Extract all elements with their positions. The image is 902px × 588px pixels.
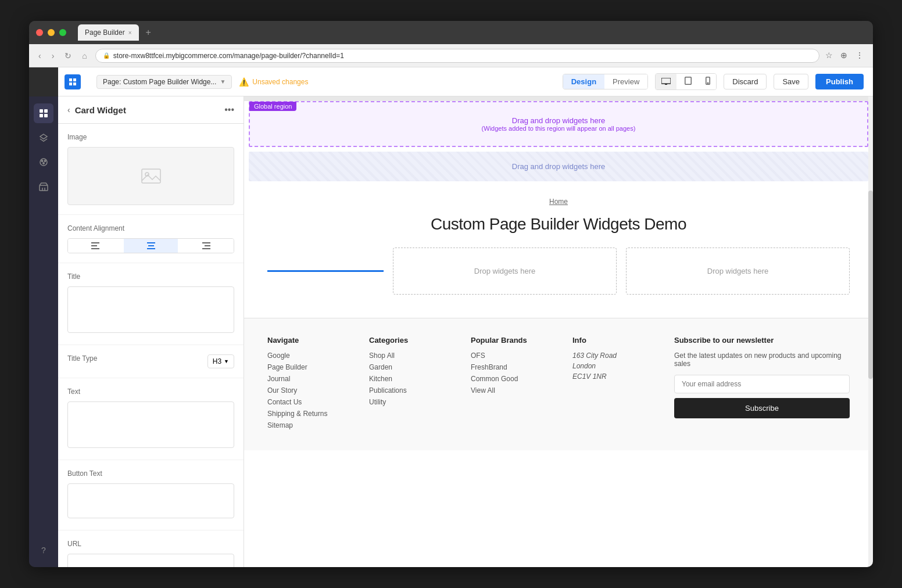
unsaved-changes: ⚠️ Unsaved changes	[239, 77, 308, 87]
footer-link-contactus[interactable]: Contact Us	[267, 398, 355, 406]
active-tab[interactable]: Page Builder ×	[78, 24, 139, 41]
sidebar-icon-help[interactable]: ?	[34, 540, 53, 560]
svg-rect-26	[147, 242, 155, 243]
image-placeholder[interactable]	[67, 147, 234, 205]
mobile-view-btn[interactable]	[700, 74, 716, 89]
image-label: Image	[67, 133, 234, 141]
plain-drop-zone[interactable]: Drag and drop widgets here	[249, 152, 868, 181]
global-drop-subtext: (Widgets added to this region will appea…	[257, 125, 860, 132]
back-nav-btn[interactable]: ‹	[36, 49, 44, 63]
footer-info-title: Info	[572, 336, 660, 345]
footer-link-viewall[interactable]: View All	[471, 386, 559, 395]
url-label: URL	[67, 540, 234, 548]
subscribe-btn[interactable]: Subscribe	[674, 398, 850, 418]
footer-link-freshbrand[interactable]: FreshBrand	[471, 363, 559, 371]
left-sidebar: ?	[29, 96, 58, 567]
page-preview: Global region Drag and drop widgets here…	[244, 101, 873, 567]
unsaved-text: Unsaved changes	[252, 78, 308, 86]
svg-point-15	[41, 160, 42, 162]
footer-link-sitemap[interactable]: Sitemap	[267, 421, 355, 429]
svg-rect-10	[44, 109, 48, 113]
footer-link-ofs[interactable]: OFS	[471, 352, 559, 360]
footer-link-kitchen[interactable]: Kitchen	[369, 375, 457, 383]
tab-close-btn[interactable]: ×	[128, 30, 132, 36]
sidebar-icon-store[interactable]	[34, 177, 53, 196]
breadcrumb[interactable]: Home	[267, 198, 850, 206]
title-type-chevron: ▼	[224, 358, 229, 364]
align-right-btn[interactable]	[179, 239, 234, 253]
scrollbar-thumb[interactable]	[868, 191, 873, 379]
home-btn[interactable]: ⌂	[80, 49, 89, 63]
svg-point-16	[44, 160, 45, 162]
traffic-light-minimize[interactable]	[48, 29, 55, 36]
forward-nav-btn[interactable]: ›	[49, 49, 57, 63]
title-label: Title	[67, 273, 234, 281]
widget-panel: ‹ Card Widget ••• Image Content Alignmen…	[58, 96, 244, 567]
title-type-select[interactable]: H3 ▼	[207, 354, 234, 368]
canvas: Global region Drag and drop widgets here…	[244, 96, 873, 567]
page-selector-wrapper[interactable]: Page: Custom Page Builder Widge... ▼	[96, 75, 232, 89]
footer-link-google[interactable]: Google	[267, 352, 355, 360]
preview-btn[interactable]: Preview	[604, 74, 647, 89]
bookmark-icon[interactable]: ☆	[825, 51, 836, 61]
refresh-btn[interactable]: ↻	[62, 49, 74, 63]
new-tab-btn[interactable]: +	[141, 27, 156, 38]
footer-link-ourstory[interactable]: Our Story	[267, 386, 355, 395]
button-text-section: Button Text	[58, 460, 244, 530]
desktop-view-btn[interactable]	[656, 74, 676, 89]
footer-brands-col: Popular Brands OFS FreshBrand Common Goo…	[471, 336, 559, 433]
title-input[interactable]	[67, 286, 234, 333]
svg-rect-0	[69, 78, 72, 81]
global-region-label: Global region	[249, 102, 296, 111]
footer-link-journal[interactable]: Journal	[267, 375, 355, 383]
footer-link-publications[interactable]: Publications	[369, 386, 457, 395]
newsletter-desc: Get the latest updates on new products a…	[674, 352, 850, 368]
footer-link-garden[interactable]: Garden	[369, 363, 457, 371]
footer-brands-title: Popular Brands	[471, 336, 559, 345]
design-btn[interactable]: Design	[563, 74, 604, 89]
svg-rect-6	[685, 77, 692, 85]
newsletter-email-input[interactable]	[674, 375, 850, 393]
publish-btn[interactable]: Publish	[815, 74, 864, 89]
drop-zone-1[interactable]: Drop widgets here	[393, 248, 617, 295]
url-text: store-mxw8ttfcei.mybigcommerce.com/manag…	[113, 52, 344, 60]
more-icon[interactable]: ⋮	[856, 51, 866, 61]
footer-link-showall[interactable]: Shop All	[369, 352, 457, 360]
url-input[interactable]	[67, 554, 234, 567]
drop-zone-2[interactable]: Drop widgets here	[626, 248, 850, 295]
svg-rect-4	[661, 78, 671, 84]
button-text-input[interactable]	[67, 483, 234, 518]
traffic-light-maximize[interactable]	[59, 29, 66, 36]
traffic-light-close[interactable]	[36, 29, 43, 36]
footer-link-utility[interactable]: Utility	[369, 398, 457, 406]
svg-rect-29	[202, 242, 210, 243]
panel-back-btn[interactable]: ‹	[67, 105, 70, 114]
blue-divider	[267, 270, 384, 272]
footer-link-pagebuilder[interactable]: Page Builder	[267, 363, 355, 371]
svg-rect-5	[665, 84, 667, 85]
sidebar-icon-palette[interactable]	[34, 152, 53, 172]
tablet-view-btn[interactable]	[679, 74, 697, 89]
align-center-btn[interactable]	[124, 239, 178, 253]
global-drop-zone[interactable]: Drag and drop widgets here (Widgets adde…	[257, 109, 860, 139]
panel-menu-btn[interactable]: •••	[224, 105, 234, 115]
save-btn[interactable]: Save	[774, 74, 808, 89]
url-bar[interactable]: 🔒 store-mxw8ttfcei.mybigcommerce.com/man…	[95, 49, 819, 63]
footer-link-shipping[interactable]: Shipping & Returns	[267, 410, 355, 418]
text-input[interactable]	[67, 401, 234, 448]
scrollbar-track[interactable]	[868, 96, 873, 567]
sidebar-icon-layers[interactable]	[34, 128, 53, 148]
footer-link-commongood[interactable]: Common Good	[471, 375, 559, 383]
sidebar-icon-grid[interactable]	[34, 103, 53, 123]
extensions-icon[interactable]: ⊕	[840, 51, 851, 61]
svg-rect-11	[40, 114, 43, 117]
discard-btn[interactable]: Discard	[724, 74, 767, 89]
align-left-btn[interactable]	[68, 239, 123, 253]
footer-newsletter-col: Subscribe to our newsletter Get the late…	[674, 336, 850, 433]
title-section: Title	[58, 263, 244, 345]
footer-navigate-col: Navigate Google Page Builder Journal Our…	[267, 336, 355, 433]
page-selector[interactable]: Page: Custom Page Builder Widge... ▼	[96, 75, 232, 89]
svg-rect-18	[40, 185, 48, 191]
footer-navigate-title: Navigate	[267, 336, 355, 345]
svg-rect-2	[69, 83, 72, 85]
